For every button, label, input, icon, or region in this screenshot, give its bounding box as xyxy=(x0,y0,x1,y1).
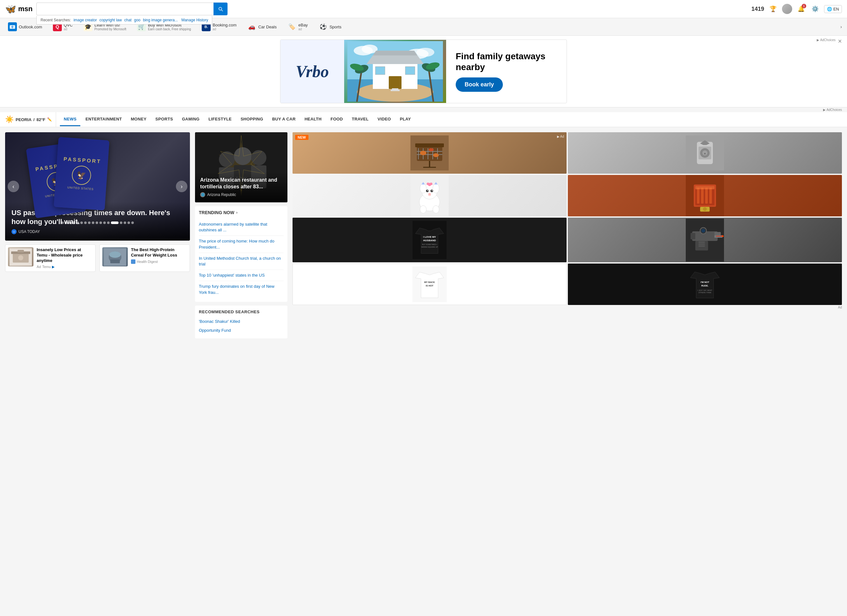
carousel-next-button[interactable]: › xyxy=(176,181,187,192)
dot-9[interactable] xyxy=(92,222,94,224)
dot-13[interactable] xyxy=(107,222,110,224)
recent-search-4[interactable]: bing image genera... xyxy=(143,18,178,22)
trending-item-2[interactable]: In United Methodist Church trial, a chur… xyxy=(199,253,283,270)
weather-city: PEORIA xyxy=(16,117,31,122)
dot-11[interactable] xyxy=(99,222,102,224)
dot-16[interactable] xyxy=(124,222,126,224)
recommended-item-0[interactable]: 'Boonac Shakur' Killed xyxy=(199,317,283,326)
hero-carousel: PASSPORT 🦅 UNITED STATES PASSPORT 🦅 UNIT… xyxy=(5,132,190,241)
ad-grid-item-7[interactable]: MY BACK IS HOT xyxy=(292,263,567,305)
ad-grid-item-6[interactable] xyxy=(568,218,842,262)
dot-2[interactable] xyxy=(65,222,68,224)
nav-travel[interactable]: TRAVEL xyxy=(348,113,372,126)
language-selector[interactable]: 🌐 EN xyxy=(824,5,842,13)
bbq-grill-illustration xyxy=(410,136,449,170)
trending-item-3[interactable]: Top 10 'unhappiest' states in the US xyxy=(199,270,283,281)
small-card-1-image xyxy=(8,247,34,266)
search-input[interactable] xyxy=(36,3,214,15)
trending-item-1[interactable]: The price of coming home: How much do Pr… xyxy=(199,236,283,253)
svg-rect-25 xyxy=(18,250,24,253)
adchoices-link[interactable]: ▶ AdChoices xyxy=(823,108,842,112)
recent-search-3[interactable]: goo xyxy=(134,18,140,22)
avatar[interactable] xyxy=(782,4,792,14)
nav-food[interactable]: FOOD xyxy=(327,113,347,126)
small-card-1[interactable]: Insanely Low Prices at Temu - Wholesale … xyxy=(5,244,96,272)
dot-14[interactable] xyxy=(111,222,118,224)
nav-play[interactable]: PLAY xyxy=(396,113,415,126)
dot-3[interactable] xyxy=(69,222,71,224)
ad-grid-item-4[interactable] xyxy=(568,175,842,216)
shirt-love-husband: I LOVE MY HUSBAND BUT SOMETIMES I WANNA … xyxy=(410,221,449,259)
svg-rect-29 xyxy=(110,259,120,263)
trending-item-0[interactable]: Astronomers alarmed by satellite that ou… xyxy=(199,219,283,236)
dot-5[interactable] xyxy=(77,222,79,224)
dot-17[interactable] xyxy=(127,222,130,224)
quicklinks-more-arrow[interactable]: › xyxy=(840,24,842,29)
ad-banner[interactable]: Vrbo xyxy=(280,40,567,103)
recent-search-1[interactable]: copyright law xyxy=(99,18,122,22)
ql-cardeals[interactable]: 🚗 Car Deals xyxy=(244,21,279,33)
ad-close-button[interactable]: ✕ xyxy=(838,38,842,44)
trophy-icon[interactable]: 🏆 xyxy=(768,4,778,14)
svg-text:WANNA SQUARE UP: WANNA SQUARE UP xyxy=(421,246,438,248)
adchoices-button[interactable]: ▶ AdChoices xyxy=(817,38,835,42)
search-button[interactable] xyxy=(214,3,227,15)
nav-gaming[interactable]: GAMING xyxy=(178,113,203,126)
svg-rect-97 xyxy=(691,233,695,239)
ad-grid-item-3[interactable] xyxy=(292,175,567,216)
svg-text:IS HOT: IS HOT xyxy=(426,285,433,287)
recommended-item-1[interactable]: Opportunity Fund xyxy=(199,326,283,335)
ad-grid-item-1[interactable]: NEW ▶ Ad xyxy=(292,132,567,174)
reward-score: 1419 xyxy=(751,6,764,12)
ad-headline: Find family getaways nearby xyxy=(456,51,557,72)
msn-logo[interactable]: 🦋 msn xyxy=(5,4,32,14)
small-card-2[interactable]: The Best High-Protein Cereal For Weight … xyxy=(99,244,190,272)
svg-point-51 xyxy=(429,148,434,151)
book-early-button[interactable]: Book early xyxy=(456,77,503,92)
trending-header[interactable]: TRENDING NOW › xyxy=(199,210,283,215)
restaurant-card[interactable]: El Charro Arizona Mexican restaurant and… xyxy=(195,132,288,202)
notification-bell[interactable]: 🔔 6 xyxy=(796,4,806,14)
recent-search-0[interactable]: image creator xyxy=(74,18,97,22)
hero-section: PASSPORT 🦅 UNITED STATES PASSPORT 🦅 UNIT… xyxy=(5,132,190,338)
ad-choices-top-right[interactable]: ▶ Ad xyxy=(557,135,564,138)
small-card-1-ad: Ad Temu ▶ xyxy=(37,265,93,269)
carousel-prev-button[interactable]: ‹ xyxy=(7,181,19,192)
dot-4[interactable] xyxy=(73,222,75,224)
ad-grid-item-2[interactable]: ★ xyxy=(568,132,842,174)
dot-15[interactable] xyxy=(120,222,122,224)
dot-8[interactable] xyxy=(88,222,90,224)
nav-entertainment[interactable]: ENTERTAINMENT xyxy=(81,113,125,126)
manage-history[interactable]: Manage History xyxy=(182,18,208,22)
recommended-header: RECOMMENDED SEARCHES xyxy=(199,309,283,314)
nav-shopping[interactable]: SHOPPING xyxy=(237,113,267,126)
nav-buy-a-car[interactable]: BUY A CAR xyxy=(268,113,300,126)
nav-lifestyle[interactable]: LIFESTYLE xyxy=(205,113,236,126)
dot-18[interactable] xyxy=(131,222,134,224)
weather-edit-icon[interactable]: ✏️ xyxy=(47,117,52,122)
temu-illustration xyxy=(10,248,32,266)
restaurant-source: 🌐 Arizona Republic xyxy=(200,192,282,197)
passport-country-front: UNITED STATES xyxy=(67,186,94,191)
trending-item-4[interactable]: Trump fury dominates on first day of New… xyxy=(199,281,283,298)
ad-grid-item-8[interactable]: I'M NOT RUDE. I JUST SAY WHAT OTHERS THI… xyxy=(568,263,842,305)
dot-1[interactable] xyxy=(61,222,64,224)
nav-video[interactable]: VIDEO xyxy=(374,113,395,126)
ql-sports-label: Sports xyxy=(329,25,342,29)
nav-news[interactable]: NEWS xyxy=(60,113,80,126)
dot-6[interactable] xyxy=(80,222,83,224)
small-card-2-source: Health Digest xyxy=(131,259,187,264)
dot-12[interactable] xyxy=(103,222,106,224)
recent-search-2[interactable]: chat xyxy=(124,18,131,22)
settings-icon[interactable]: ⚙️ xyxy=(810,4,820,14)
ql-ebay[interactable]: 🏷️ eBay ad xyxy=(285,21,311,33)
nav-money[interactable]: MONEY xyxy=(127,113,150,126)
nav-health[interactable]: HEALTH xyxy=(301,113,326,126)
svg-rect-106 xyxy=(698,244,705,245)
nav-sports[interactable]: SPORTS xyxy=(152,113,177,126)
dot-10[interactable] xyxy=(96,222,98,224)
ad-grid-item-5[interactable]: I LOVE MY HUSBAND BUT SOMETIMES I WANNA … xyxy=(292,218,567,262)
ad-label-1: Ad xyxy=(37,265,41,269)
dot-7[interactable] xyxy=(84,222,87,224)
ql-sports[interactable]: ⚽ Sports xyxy=(316,21,344,33)
